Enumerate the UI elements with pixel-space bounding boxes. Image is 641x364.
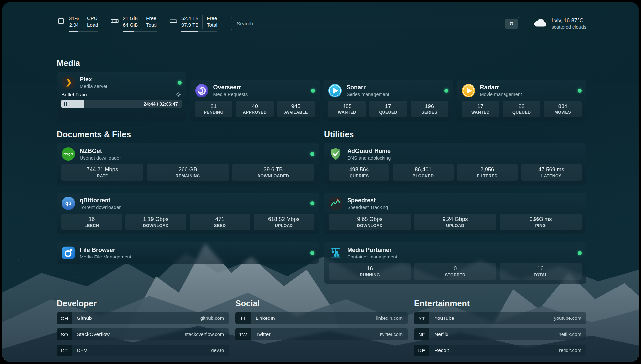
search-provider-button[interactable]: G [505, 19, 518, 29]
status-dot-online [444, 89, 448, 93]
speedtest-icon [329, 197, 343, 210]
adguard-icon [329, 147, 343, 161]
pause-icon[interactable] [64, 102, 67, 106]
bookmark-url: reddit.com [554, 345, 586, 356]
service-description: Media server [80, 83, 107, 89]
bookmark-stackoverflow[interactable]: SO StackOverflow stackoverflow.com [57, 328, 229, 340]
bookmark-reddit[interactable]: RE Reddit reddit.com [414, 345, 586, 356]
filebrowser-card[interactable]: File Browser Media File Management [57, 242, 319, 264]
nzbget-card[interactable]: nzbget NZBGet Usenet downloader 744.21 M… [57, 143, 319, 185]
stat-box: 196SERIES [411, 101, 448, 117]
service-description: Series management [347, 91, 389, 97]
bookmark-dev[interactable]: DT DEV dev.to [57, 345, 229, 356]
bookmark-netflix[interactable]: NF Netflix netflix.com [414, 328, 586, 340]
sonarr-icon [328, 84, 342, 98]
disk-label-top: Free [207, 15, 217, 22]
bookmarks-area: Developer GH Github github.com SO StackO… [57, 299, 586, 361]
plex-card[interactable]: Plex Media server Bullet Train [57, 72, 186, 121]
bookmark-name: DEV [72, 345, 92, 356]
bookmark-name: LinkedIn [251, 312, 280, 324]
plex-icon [61, 76, 75, 90]
bookmark-abbr: TW [235, 328, 251, 340]
bookmark-url: dev.to [206, 345, 229, 356]
stat-box: 17WANTED [462, 101, 500, 117]
sonarr-card[interactable]: Sonarr Series management 485WANTED 17QUE… [323, 80, 453, 121]
now-playing: Bullet Train 24:44 / 02:06:4 [61, 92, 182, 108]
stat-box: 485WANTED [328, 101, 366, 117]
cpu-widget: 31% 2.94 CPU Load [57, 15, 98, 32]
memory-label-top: Free [146, 15, 157, 22]
service-description: Torrent downloader [80, 204, 121, 210]
radarr-card[interactable]: Radarr Movie management 17WANTED 22QUEUE… [457, 80, 587, 121]
disk-free-value: 52.4 TB [181, 15, 198, 22]
weather-location: Lviv, 16.87°C [551, 17, 586, 24]
stat-box: 471SEED [190, 214, 250, 230]
stat-box: 39.6 TBDOWNLOADED [232, 164, 314, 181]
stat-box: 17QUEUED [369, 101, 407, 117]
service-name: Sonarr [347, 84, 389, 91]
bookmark-name: Twitter [251, 328, 276, 340]
portainer-card[interactable]: Media Portainer Container management 16R… [324, 242, 586, 284]
cpu-usage-bar [69, 31, 98, 32]
stat-box: 744.21 MbpsRATE [61, 164, 143, 181]
svg-text:qb: qb [65, 201, 71, 206]
bookmark-group-entertainment: Entertainment YT YouTube youtube.com NF … [414, 299, 586, 361]
bookmark-group-social: Social LI LinkedIn linkedin.com TW Twitt… [235, 299, 408, 361]
bookmark-url: linkedin.com [371, 312, 408, 324]
status-dot-online [310, 251, 314, 255]
bookmark-twitter[interactable]: TW Twitter twitter.com [235, 328, 408, 340]
status-dot-online [310, 201, 314, 205]
service-name: Overseerr [213, 84, 248, 91]
cloud-icon [533, 16, 547, 31]
section-title-utilities: Utilities [324, 130, 586, 139]
bookmark-github[interactable]: GH Github github.com [57, 312, 229, 324]
svg-text:nzbget: nzbget [63, 153, 73, 156]
service-name: Plex [80, 76, 107, 83]
bookmark-youtube[interactable]: YT YouTube youtube.com [414, 312, 586, 324]
stat-box: 22QUEUED [503, 101, 540, 117]
nzbget-icon: nzbget [61, 147, 75, 161]
service-name: Media Portainer [347, 246, 397, 254]
disk-icon [169, 17, 178, 27]
speedtest-card[interactable]: Speedtest Speedtest Tracking 9.65 GbpsDO… [324, 193, 586, 234]
bookmark-group-developer: Developer GH Github github.com SO StackO… [57, 299, 229, 361]
portainer-icon [329, 246, 343, 260]
service-description: Media Requests [213, 91, 248, 97]
stat-box: 16LEECH [61, 214, 122, 230]
header-divider [57, 40, 586, 40]
overseerr-icon [195, 84, 209, 98]
stat-box: 0.993 msPING [500, 214, 582, 230]
bookmark-url: twitter.com [375, 328, 408, 340]
gear-icon[interactable] [176, 92, 182, 98]
section-title-media: Media [57, 58, 586, 68]
stat-box: 266 GBREMAINING [147, 164, 229, 181]
search-input[interactable] [231, 17, 520, 30]
bookmark-linkedin[interactable]: LI LinkedIn linkedin.com [235, 312, 408, 324]
overseerr-card[interactable]: Overseerr Media Requests 21PENDING 40APP… [190, 80, 320, 121]
cpu-icon [57, 17, 65, 27]
service-description: Usenet downloader [80, 155, 121, 161]
service-name: File Browser [80, 246, 131, 254]
service-description: Media File Management [80, 254, 131, 260]
bookmark-abbr: LI [235, 312, 251, 324]
bookmark-abbr: NF [414, 328, 429, 340]
stat-box: 498,564QUERIES [329, 164, 389, 181]
bookmark-name: Github [72, 312, 97, 324]
service-description: Speedtest Tracking [347, 204, 388, 210]
bookmark-abbr: DT [57, 345, 72, 356]
service-name: AdGuard Home [347, 147, 391, 155]
memory-icon [110, 17, 119, 27]
stat-box: 2,956FILTERED [457, 164, 518, 181]
bookmark-group-title: Entertainment [414, 299, 586, 308]
disk-total-value: 97.9 TB [181, 22, 198, 28]
qbittorrent-card[interactable]: qb qBittorrent Torrent downloader 16LEEC… [57, 193, 319, 234]
stat-box: 16TOTAL [500, 263, 582, 280]
adguard-card[interactable]: AdGuard Home DNS and adblocking 498,564Q… [324, 143, 586, 185]
disk-usage-bar [181, 31, 217, 32]
cpu-percent-value: 31% [69, 15, 79, 22]
status-dot-online [310, 152, 314, 156]
bookmark-abbr: GH [57, 312, 72, 324]
stat-box: 86,401BLOCKED [393, 164, 453, 181]
status-dot-online [578, 251, 582, 255]
dashboard-window: 31% 2.94 CPU Load [2, 2, 639, 362]
